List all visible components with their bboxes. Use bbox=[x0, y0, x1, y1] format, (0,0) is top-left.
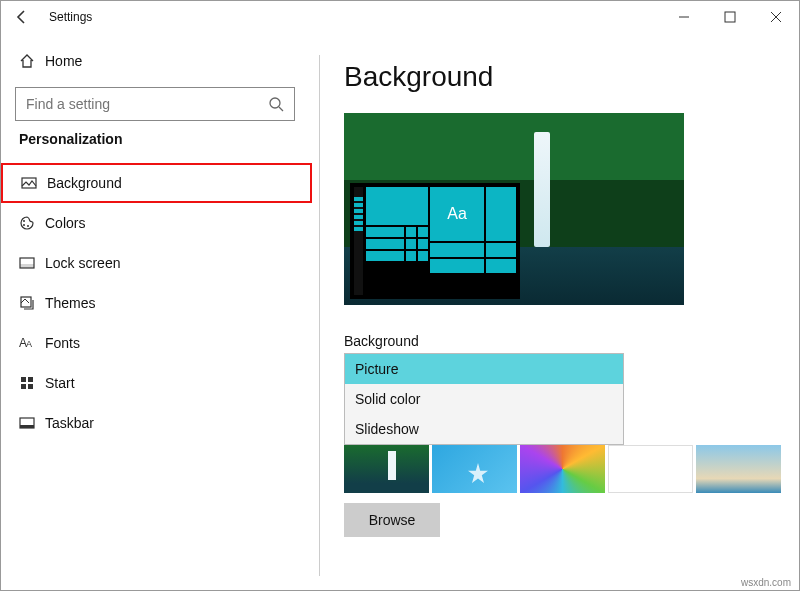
page-title: Background bbox=[344, 61, 781, 93]
svg-rect-13 bbox=[21, 384, 26, 389]
sidebar-item-themes[interactable]: Themes bbox=[1, 283, 312, 323]
sidebar-item-lockscreen[interactable]: Lock screen bbox=[1, 243, 312, 283]
content-area: Home Personalization Background Co bbox=[1, 33, 799, 590]
svg-rect-9 bbox=[20, 264, 34, 268]
svg-point-5 bbox=[23, 220, 25, 222]
start-icon bbox=[19, 375, 45, 391]
palette-icon bbox=[19, 215, 45, 231]
preview-waterfall bbox=[534, 132, 550, 247]
sidebar-item-colors[interactable]: Colors bbox=[1, 203, 312, 243]
sidebar-item-label: Start bbox=[45, 375, 75, 391]
close-button[interactable] bbox=[753, 1, 799, 33]
dropdown-option-solidcolor[interactable]: Solid color bbox=[345, 384, 623, 414]
themes-icon bbox=[19, 295, 45, 311]
section-header: Personalization bbox=[19, 131, 312, 147]
window-title: Settings bbox=[49, 10, 92, 24]
minimize-icon bbox=[678, 11, 690, 23]
lockscreen-icon bbox=[19, 255, 45, 271]
background-type-dropdown[interactable]: Picture Solid color Slideshow bbox=[344, 353, 624, 445]
sidebar-item-label: Colors bbox=[45, 215, 85, 231]
svg-point-7 bbox=[27, 225, 29, 227]
recent-image-thumb[interactable] bbox=[432, 445, 517, 493]
sidebar-item-label: Taskbar bbox=[45, 415, 94, 431]
search-container bbox=[15, 87, 298, 121]
settings-window: Settings Home bbox=[0, 0, 800, 591]
preview-tiles-large: Aa bbox=[430, 187, 516, 295]
recent-image-thumb[interactable] bbox=[344, 445, 429, 493]
recent-images bbox=[344, 445, 781, 493]
maximize-button[interactable] bbox=[707, 1, 753, 33]
maximize-icon bbox=[724, 11, 736, 23]
window-controls bbox=[661, 1, 799, 33]
home-button[interactable]: Home bbox=[1, 41, 312, 81]
recent-image-thumb[interactable] bbox=[608, 445, 693, 493]
sidebar-item-label: Lock screen bbox=[45, 255, 120, 271]
sidebar-item-start[interactable]: Start bbox=[1, 363, 312, 403]
sidebar-item-background[interactable]: Background bbox=[1, 163, 312, 203]
sidebar-item-taskbar[interactable]: Taskbar bbox=[1, 403, 312, 443]
main-panel: Background Aa bbox=[312, 33, 799, 590]
arrow-left-icon bbox=[14, 9, 30, 25]
search-input[interactable] bbox=[26, 96, 268, 112]
svg-rect-16 bbox=[20, 425, 34, 428]
search-icon bbox=[268, 96, 284, 112]
preview-aa-tile: Aa bbox=[430, 187, 484, 241]
preview-start-rail bbox=[354, 187, 363, 295]
svg-point-6 bbox=[23, 224, 25, 226]
titlebar: Settings bbox=[1, 1, 799, 33]
sidebar-item-fonts[interactable]: AA Fonts bbox=[1, 323, 312, 363]
sidebar-item-label: Background bbox=[47, 175, 122, 191]
svg-rect-12 bbox=[28, 377, 33, 382]
taskbar-icon bbox=[19, 415, 45, 431]
sidebar-item-label: Themes bbox=[45, 295, 96, 311]
fonts-icon: AA bbox=[19, 336, 45, 350]
preview-start-overlay: Aa bbox=[350, 183, 520, 299]
recent-image-thumb[interactable] bbox=[696, 445, 781, 493]
preview-tiles-small bbox=[366, 187, 428, 295]
sidebar-item-label: Fonts bbox=[45, 335, 80, 351]
browse-button[interactable]: Browse bbox=[344, 503, 440, 537]
svg-rect-1 bbox=[725, 12, 735, 22]
recent-image-thumb[interactable] bbox=[520, 445, 605, 493]
search-box[interactable] bbox=[15, 87, 295, 121]
home-label: Home bbox=[45, 53, 82, 69]
minimize-button[interactable] bbox=[661, 1, 707, 33]
home-icon bbox=[19, 53, 45, 69]
svg-line-3 bbox=[279, 107, 283, 111]
back-button[interactable] bbox=[7, 2, 37, 32]
svg-point-2 bbox=[270, 98, 280, 108]
background-field-label: Background bbox=[344, 333, 781, 349]
picture-icon bbox=[21, 175, 47, 191]
watermark: wsxdn.com bbox=[741, 577, 791, 588]
close-icon bbox=[770, 11, 782, 23]
svg-rect-11 bbox=[21, 377, 26, 382]
sidebar: Home Personalization Background Co bbox=[1, 33, 312, 590]
svg-rect-14 bbox=[28, 384, 33, 389]
dropdown-option-slideshow[interactable]: Slideshow bbox=[345, 414, 623, 444]
background-preview: Aa bbox=[344, 113, 684, 305]
dropdown-option-picture[interactable]: Picture bbox=[345, 354, 623, 384]
